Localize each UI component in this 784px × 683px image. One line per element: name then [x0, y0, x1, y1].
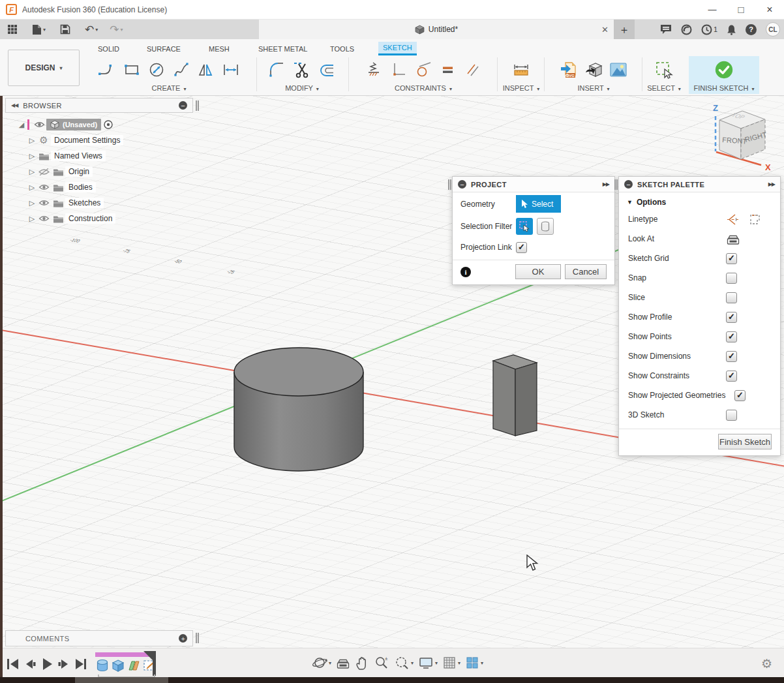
- create-dropdown[interactable]: CREATE ▾: [83, 84, 254, 92]
- tree-row-bodies[interactable]: ▷ Bodies: [5, 179, 193, 195]
- options-section-header[interactable]: ▼ Options: [619, 192, 780, 209]
- dialog-drag-grip[interactable]: [448, 179, 451, 190]
- browser-minimize-icon[interactable]: −: [179, 101, 187, 110]
- collapsed-triangle-icon[interactable]: ▷: [27, 136, 37, 145]
- filter-specified-entities-button[interactable]: [516, 218, 533, 235]
- orbit-button[interactable]: ▾: [312, 655, 331, 671]
- collapsed-triangle-icon[interactable]: ▷: [27, 199, 37, 207]
- maximize-button[interactable]: □: [727, 0, 755, 20]
- redo-button[interactable]: ↷▾: [105, 20, 127, 39]
- close-button[interactable]: ×: [755, 0, 784, 20]
- collapse-panel-icon[interactable]: ◀◀: [11, 102, 18, 108]
- tab-sheet-metal[interactable]: SHEET METAL: [254, 42, 312, 55]
- tree-row-document-settings[interactable]: ▷ ⚙ Document Settings: [5, 132, 193, 148]
- tab-surface[interactable]: SURFACE: [142, 42, 185, 55]
- box-front-face[interactable]: [493, 361, 515, 436]
- create-mirror-tool[interactable]: [196, 58, 217, 82]
- grid-snap-button[interactable]: ▾: [442, 656, 460, 670]
- expand-chevrons-icon[interactable]: ▶▶: [603, 181, 609, 187]
- browser-drag-grip[interactable]: [196, 100, 199, 111]
- modify-trim-tool[interactable]: [292, 58, 312, 82]
- look-at-icon[interactable]: [726, 233, 740, 245]
- go-to-end-button[interactable]: [73, 656, 88, 672]
- pan-button[interactable]: [355, 655, 369, 671]
- user-avatar[interactable]: CL: [766, 22, 780, 37]
- 3d-sketch-checkbox[interactable]: [726, 410, 737, 421]
- step-forward-button[interactable]: [56, 656, 71, 672]
- browser-header[interactable]: ◀◀ BROWSER −: [5, 98, 193, 113]
- tree-row-construction[interactable]: ▷ Construction: [5, 211, 193, 226]
- tab-sketch[interactable]: SKETCH: [378, 42, 417, 55]
- palette-collapse-icon[interactable]: −: [624, 180, 633, 189]
- step-back-button[interactable]: [22, 656, 37, 672]
- create-dimension-tool[interactable]: [220, 58, 241, 82]
- comments-drag-grip[interactable]: [196, 633, 199, 643]
- constraint-fixed-tool[interactable]: [363, 58, 384, 82]
- notifications-button[interactable]: 1: [701, 24, 717, 35]
- create-rectangle-tool[interactable]: [121, 58, 142, 82]
- projection-link-checkbox[interactable]: [516, 242, 527, 253]
- timeline-feature-cylinder[interactable]: [95, 658, 110, 673]
- geometry-select-button[interactable]: Select: [516, 195, 561, 213]
- collapsed-triangle-icon[interactable]: ▷: [27, 168, 37, 176]
- expand-chevrons-icon[interactable]: ▶▶: [768, 181, 775, 187]
- insert-image-tool[interactable]: [608, 58, 629, 82]
- show-profile-checkbox[interactable]: [726, 312, 737, 323]
- info-icon[interactable]: i: [460, 267, 471, 277]
- alerts-button[interactable]: [727, 24, 736, 35]
- visibility-eye-icon[interactable]: [37, 199, 51, 207]
- app-grid-menu-button[interactable]: [3, 20, 22, 39]
- tree-row-root[interactable]: ◢ (Unsaved): [5, 117, 193, 132]
- inspect-measure-tool[interactable]: [511, 58, 532, 82]
- insert-dropdown[interactable]: INSERT ▾: [549, 84, 638, 92]
- create-line-tool[interactable]: [97, 58, 117, 82]
- comments-toolbar-button[interactable]: [660, 24, 672, 35]
- tree-row-origin[interactable]: ▷ Origin: [5, 164, 193, 179]
- collapsed-triangle-icon[interactable]: ▷: [27, 215, 37, 223]
- select-dropdown[interactable]: SELECT ▾: [644, 84, 684, 92]
- tab-tools[interactable]: TOOLS: [325, 42, 359, 55]
- zoom-window-button[interactable]: ▾: [394, 655, 414, 671]
- create-spline-tool[interactable]: [171, 58, 192, 82]
- constraints-dropdown[interactable]: CONSTRAINTS ▾: [352, 84, 494, 92]
- help-button[interactable]: ?: [746, 24, 757, 35]
- collapsed-triangle-icon[interactable]: ▷: [27, 152, 37, 160]
- comments-bar[interactable]: COMMENTS ＋: [5, 630, 193, 646]
- create-circle-tool[interactable]: [146, 58, 167, 82]
- show-constraints-checkbox[interactable]: [726, 371, 737, 382]
- new-tab-button[interactable]: ＋: [614, 20, 635, 39]
- slice-checkbox[interactable]: [726, 292, 737, 303]
- activate-radio-icon[interactable]: [101, 119, 115, 130]
- file-menu-button[interactable]: ▾: [27, 20, 50, 39]
- show-points-checkbox[interactable]: [726, 331, 737, 342]
- construction-linetype-icon[interactable]: [748, 213, 762, 226]
- tab-solid[interactable]: SOLID: [93, 42, 124, 55]
- play-button[interactable]: [39, 656, 54, 672]
- sketch-palette-header[interactable]: − SKETCH PALETTE ▶▶: [619, 177, 780, 192]
- snap-checkbox[interactable]: [726, 273, 737, 284]
- look-at-button[interactable]: [336, 657, 350, 669]
- timeline-playhead-flag[interactable]: [143, 651, 153, 660]
- design-workspace-selector[interactable]: DESIGN▾: [8, 50, 80, 86]
- cylinder-top-face[interactable]: [234, 348, 363, 396]
- tree-row-sketches[interactable]: ▷ Sketches: [5, 195, 193, 211]
- filter-bodies-button[interactable]: [537, 218, 554, 235]
- constraint-perpendicular-tool[interactable]: [388, 58, 409, 82]
- zoom-button[interactable]: ±: [374, 655, 389, 671]
- timeline-playhead[interactable]: [153, 651, 156, 676]
- go-to-start-button[interactable]: [5, 656, 20, 672]
- constraint-parallel-tool[interactable]: [462, 58, 483, 82]
- preferences-gear-icon[interactable]: ⚙: [761, 656, 772, 671]
- tab-close-icon[interactable]: ✕: [601, 25, 609, 35]
- tab-mesh[interactable]: MESH: [204, 42, 234, 55]
- constraint-equal-tool[interactable]: [438, 58, 459, 82]
- show-projected-geometries-checkbox[interactable]: [734, 390, 746, 401]
- project-dialog-header[interactable]: − PROJECT ▶▶: [453, 177, 614, 192]
- viewports-button[interactable]: ▾: [465, 656, 483, 670]
- select-tool[interactable]: [654, 58, 674, 82]
- finish-sketch-palette-button[interactable]: Finish Sketch: [718, 434, 772, 449]
- inspect-dropdown[interactable]: INSPECT ▾: [501, 84, 541, 92]
- viewcube[interactable]: TOP FRONT RIGHT Z X: [706, 102, 783, 175]
- collapsed-triangle-icon[interactable]: ▷: [27, 183, 37, 192]
- display-settings-button[interactable]: ▾: [418, 656, 438, 670]
